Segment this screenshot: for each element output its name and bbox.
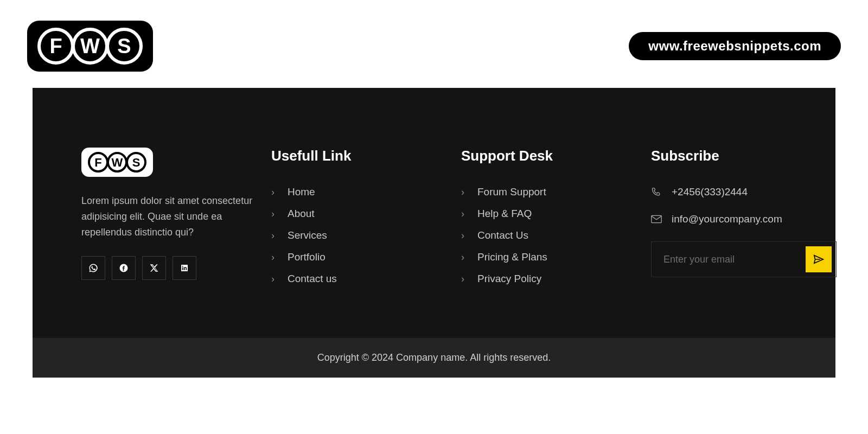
chevron-right-icon: › bbox=[271, 273, 278, 285]
footer-body: F W S Lorem ipsum dolor sit amet consect… bbox=[33, 88, 835, 338]
svg-text:F: F bbox=[94, 156, 101, 169]
link-about[interactable]: ›About bbox=[271, 208, 445, 220]
footer-support-col: Support Desk ›Forum Support ›Help & FAQ … bbox=[461, 148, 635, 295]
phone-icon bbox=[651, 187, 662, 197]
link-portfolio[interactable]: ›Portfolio bbox=[271, 251, 445, 263]
linkedin-icon[interactable] bbox=[173, 256, 196, 280]
chevron-right-icon: › bbox=[461, 252, 468, 263]
chevron-right-icon: › bbox=[461, 273, 468, 285]
chevron-right-icon: › bbox=[461, 187, 468, 198]
links-list: ›Home ›About ›Services ›Portfolio ›Conta… bbox=[271, 186, 445, 285]
footer-copyright: Copyright © 2024 Company name. All right… bbox=[33, 338, 835, 378]
footer-about-text: Lorem ipsum dolor sit amet consectetur a… bbox=[81, 193, 255, 240]
phone-text: +2456(333)2444 bbox=[672, 186, 748, 198]
page-header: F W S www.freewebsnippets.com bbox=[0, 0, 868, 88]
support-privacy[interactable]: ›Privacy Policy bbox=[461, 273, 635, 285]
footer-logo: F W S bbox=[81, 148, 153, 177]
svg-text:W: W bbox=[112, 156, 123, 169]
support-contact[interactable]: ›Contact Us bbox=[461, 229, 635, 241]
links-title: Usefull Link bbox=[271, 148, 445, 164]
contact-phone: +2456(333)2444 bbox=[651, 186, 837, 198]
link-contact[interactable]: ›Contact us bbox=[271, 273, 445, 285]
footer: F W S Lorem ipsum dolor sit amet consect… bbox=[33, 88, 835, 378]
link-services[interactable]: ›Services bbox=[271, 229, 445, 241]
chevron-right-icon: › bbox=[271, 230, 278, 241]
support-list: ›Forum Support ›Help & FAQ ›Contact Us ›… bbox=[461, 186, 635, 285]
svg-text:F: F bbox=[49, 35, 62, 58]
email-text: info@yourcompany.com bbox=[672, 213, 782, 225]
send-icon bbox=[813, 253, 825, 265]
subscribe-input[interactable] bbox=[652, 242, 801, 277]
x-icon[interactable] bbox=[142, 256, 166, 280]
subscribe-form bbox=[651, 241, 837, 277]
footer-links-col: Usefull Link ›Home ›About ›Services ›Por… bbox=[271, 148, 445, 295]
support-pricing[interactable]: ›Pricing & Plans bbox=[461, 251, 635, 263]
chevron-right-icon: › bbox=[271, 187, 278, 198]
chevron-right-icon: › bbox=[461, 208, 468, 220]
link-home[interactable]: ›Home bbox=[271, 186, 445, 198]
svg-text:S: S bbox=[132, 156, 141, 169]
svg-text:S: S bbox=[117, 35, 131, 58]
social-row bbox=[81, 256, 255, 280]
header-logo: F W S bbox=[27, 21, 153, 72]
footer-subscribe-col: Subscribe +2456(333)2444 info@yourcompan… bbox=[651, 148, 837, 295]
support-forum[interactable]: ›Forum Support bbox=[461, 186, 635, 198]
subscribe-title: Subscribe bbox=[651, 148, 837, 164]
header-url-badge: www.freewebsnippets.com bbox=[629, 32, 841, 60]
subscribe-send-button[interactable] bbox=[806, 246, 832, 272]
whatsapp-icon[interactable] bbox=[81, 256, 105, 280]
facebook-icon[interactable] bbox=[112, 256, 136, 280]
chevron-right-icon: › bbox=[461, 230, 468, 241]
support-faq[interactable]: ›Help & FAQ bbox=[461, 208, 635, 220]
mail-icon bbox=[651, 215, 662, 224]
footer-about-col: F W S Lorem ipsum dolor sit amet consect… bbox=[81, 148, 255, 295]
chevron-right-icon: › bbox=[271, 252, 278, 263]
contact-email: info@yourcompany.com bbox=[651, 213, 837, 225]
support-title: Support Desk bbox=[461, 148, 635, 164]
svg-text:W: W bbox=[80, 35, 100, 58]
svg-rect-12 bbox=[652, 215, 661, 222]
chevron-right-icon: › bbox=[271, 208, 278, 220]
